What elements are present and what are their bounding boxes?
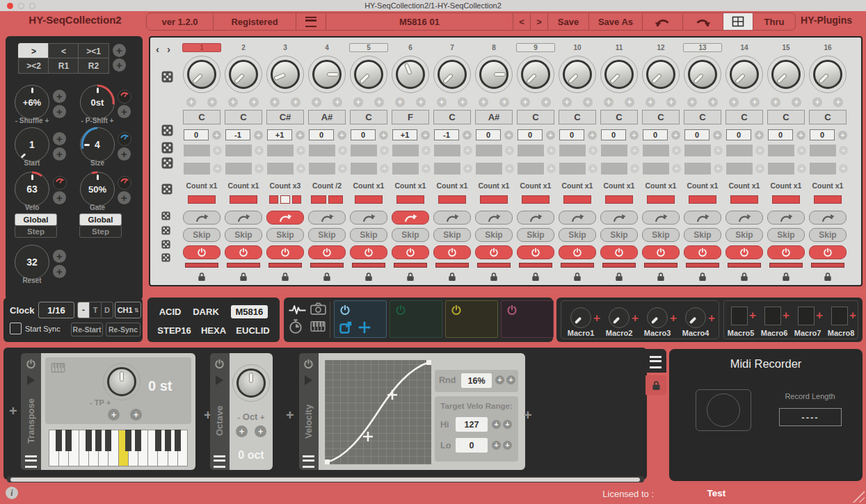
slider-mod-plus-button[interactable]: +	[630, 164, 639, 173]
macro-assign-plus-button[interactable]: +	[816, 309, 823, 321]
pitch-shift-knob[interactable]: 0st	[80, 85, 115, 120]
lock-row[interactable]	[767, 272, 805, 282]
skip-button[interactable]: Skip	[475, 228, 513, 242]
octave-mod-plus-button[interactable]: +	[838, 131, 847, 140]
lock-row[interactable]	[683, 272, 722, 282]
probability-bar[interactable]	[728, 263, 761, 268]
skip-button[interactable]: Skip	[767, 228, 805, 242]
slot1-power-icon[interactable]	[339, 304, 351, 318]
lock-row[interactable]	[725, 272, 764, 282]
step-octave-value[interactable]: -1	[225, 129, 250, 140]
note-mod-plus-button[interactable]: +	[562, 97, 572, 107]
skip-button[interactable]: Skip	[225, 228, 262, 242]
dice-random-icon[interactable]	[161, 225, 170, 238]
note-mod-plus-button[interactable]: +	[792, 97, 801, 107]
transpose-mod-plus-button[interactable]: +	[108, 409, 120, 421]
inactive-slider-1[interactable]	[684, 145, 711, 156]
black-key[interactable]	[155, 430, 161, 451]
slider-mod-plus-button[interactable]: +	[839, 164, 848, 173]
velocity-power-icon[interactable]	[303, 359, 314, 372]
lock-row[interactable]	[307, 272, 346, 282]
slider-mod-plus-button[interactable]: +	[296, 146, 305, 155]
black-key[interactable]	[165, 430, 171, 451]
shuffle-knob[interactable]: +6%	[15, 85, 49, 120]
note-knob[interactable]	[308, 56, 346, 93]
note-mod-plus-button[interactable]: +	[833, 97, 843, 107]
macro-assign-plus-button[interactable]: +	[632, 312, 639, 324]
note-mod-plus-button[interactable]: +	[353, 97, 363, 107]
slider-mod-plus-button[interactable]: +	[714, 164, 723, 173]
note-knob[interactable]	[350, 56, 387, 93]
lock-row[interactable]	[433, 272, 472, 282]
zoom-window-button[interactable]	[29, 3, 35, 9]
slider-mod-plus-button[interactable]: +	[588, 146, 598, 155]
inactive-slider-2[interactable]	[518, 163, 544, 174]
note-knob[interactable]	[684, 56, 721, 93]
note-mod-plus-button[interactable]: +	[625, 97, 634, 107]
inactive-slider-2[interactable]	[643, 163, 669, 174]
velocity-curve-editor[interactable]	[325, 360, 431, 464]
inactive-slider-2[interactable]	[476, 163, 502, 174]
note-mod-plus-button[interactable]: +	[207, 97, 217, 107]
note-mod-plus-button[interactable]: +	[332, 97, 342, 107]
lo-value[interactable]: 0	[456, 438, 488, 453]
add-module-button[interactable]: +	[286, 407, 294, 423]
inactive-slider-2[interactable]	[726, 163, 753, 174]
octave-mod-plus-button[interactable]: +	[546, 131, 555, 140]
inactive-slider-1[interactable]	[476, 145, 502, 156]
slider-mod-plus-button[interactable]: +	[213, 164, 222, 173]
shuffle-mod-plus-button[interactable]: +	[53, 90, 66, 103]
note-mod-plus-button[interactable]: +	[729, 97, 739, 107]
black-key[interactable]	[65, 430, 72, 451]
count-indicator[interactable]	[516, 195, 555, 204]
slot1-move-icon[interactable]	[358, 321, 371, 336]
hi-mod-plus-button[interactable]: +	[492, 420, 501, 429]
step-octave-value[interactable]: 0	[810, 129, 835, 140]
octave-mod-plus-button[interactable]: +	[671, 131, 680, 140]
inactive-slider-1[interactable]	[768, 145, 794, 156]
step-power-button[interactable]	[725, 245, 763, 259]
module-lock-tab[interactable]	[646, 375, 666, 395]
count-indicator[interactable]	[266, 195, 305, 204]
note-value[interactable]: C	[642, 110, 680, 124]
lock-row[interactable]	[474, 272, 513, 282]
macro-assign-plus-button[interactable]: +	[849, 309, 856, 321]
reset-mod-plus-button[interactable]: +	[53, 250, 66, 263]
note-mod-plus-button[interactable]: +	[186, 97, 196, 107]
playmode-pingpong2-button[interactable]: ><2	[18, 58, 49, 74]
inactive-slider-2[interactable]	[810, 163, 836, 174]
count-indicator[interactable]	[474, 195, 513, 204]
lock-row[interactable]	[600, 272, 639, 282]
note-mod-plus-button[interactable]: +	[604, 97, 614, 107]
note-mod-plus-button[interactable]: +	[458, 97, 467, 107]
clock-division-value[interactable]: 1/16	[38, 302, 74, 318]
octave-power-icon[interactable]	[214, 359, 225, 372]
module-scrollbar-thumb[interactable]	[10, 478, 640, 482]
start-mod-plus-button[interactable]: +	[53, 132, 66, 145]
thru-button[interactable]: Thru	[753, 13, 795, 30]
close-window-button[interactable]	[7, 3, 13, 9]
page-prev-button[interactable]: ‹	[156, 43, 159, 55]
slider-mod-plus-button[interactable]: +	[714, 146, 723, 155]
gate-global-button[interactable]: Global	[79, 213, 122, 226]
note-value[interactable]: A#	[475, 110, 513, 124]
skip-button[interactable]: Skip	[183, 228, 220, 242]
slider-mod-plus-button[interactable]: +	[797, 146, 806, 155]
note-value[interactable]: C	[559, 110, 596, 124]
record-length-value[interactable]: ----	[779, 408, 842, 426]
slider-mod-plus-button[interactable]: +	[338, 146, 347, 155]
macro-knob-4[interactable]	[685, 307, 706, 328]
dice-random-icon[interactable]	[161, 142, 173, 156]
macro-slider-7[interactable]	[798, 307, 815, 325]
slider-mod-plus-button[interactable]: +	[547, 164, 556, 173]
note-value[interactable]: C	[350, 110, 387, 124]
save-as-button[interactable]: Save As	[589, 13, 643, 30]
step-octave-value[interactable]: 0	[684, 129, 709, 140]
pshift-mod-indicator[interactable]	[118, 90, 131, 104]
lock-row[interactable]	[266, 272, 305, 282]
step-octave-value[interactable]: 0	[768, 129, 793, 140]
seq-slot-1[interactable]	[334, 300, 387, 338]
probability-bar[interactable]	[394, 263, 427, 268]
lock-row[interactable]	[224, 272, 263, 282]
note-mod-plus-button[interactable]: +	[479, 97, 488, 107]
